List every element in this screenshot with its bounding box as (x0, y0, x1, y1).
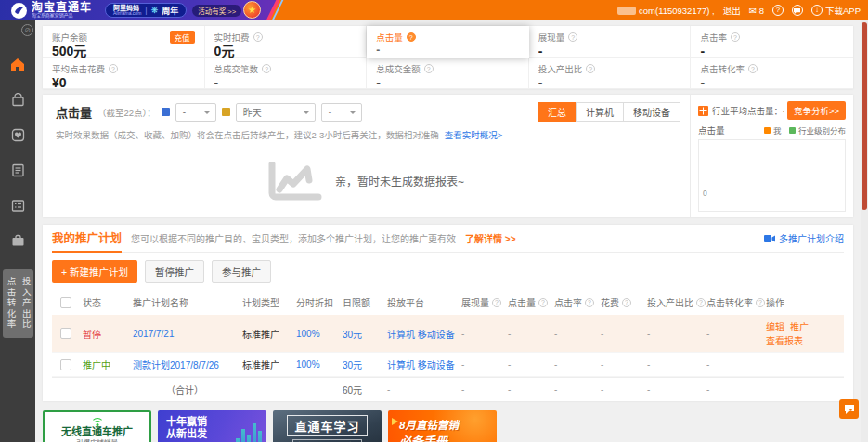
mail-button[interactable]: ✉ 8 (749, 6, 764, 16)
table-row-plan-1[interactable]: 暂停 2017/7/21 标准推广 100% 30元 计算机 移动设备 - - … (52, 315, 844, 353)
platform-link[interactable]: 计算机 移动设备 (387, 360, 455, 370)
stat-card-avg-click-cost: 平均点击花费 ¥0 (43, 58, 205, 89)
date-select[interactable]: 昨天 (236, 103, 316, 122)
sidebar-item-toolbox[interactable] (0, 223, 35, 258)
view-report-link[interactable]: 查看报表 (766, 336, 803, 346)
stat-card-clicks[interactable]: 点击量 - (367, 26, 529, 58)
stat-label: 总成交笔数 (214, 62, 259, 75)
chat-icon[interactable] (792, 5, 803, 16)
sidebar-item-home[interactable] (0, 46, 35, 82)
stat-label: 点击转化率 (700, 62, 745, 75)
info-icon[interactable] (492, 298, 501, 307)
metric-select[interactable]: - (175, 103, 216, 122)
stat-card-roi[interactable]: 投入产出比 - (529, 58, 692, 89)
stat-label: 投入产出比 (538, 62, 583, 75)
stat-value: - (376, 76, 519, 90)
activity-reward-link[interactable]: 活动有奖 >> (192, 5, 241, 17)
tab-roi[interactable]: 投入产出比 (20, 277, 32, 331)
recharge-button[interactable]: 充值 (170, 31, 195, 44)
stat-card-total-orders: 总成交笔数 - (205, 58, 368, 89)
stat-label: 账户余额 (52, 31, 87, 44)
col-type: 计划类型 (240, 290, 293, 315)
info-icon[interactable] (585, 298, 594, 307)
banner-wireless-ztc[interactable]: 无线直通车推广 引爆店铺销量 (43, 410, 151, 442)
stat-card-impressions[interactable]: 展现量 - (529, 26, 692, 58)
edit-link[interactable]: 编辑 (766, 322, 784, 332)
trophy-badge-icon[interactable]: ★ (243, 1, 261, 19)
help-icon[interactable]: ? (772, 5, 784, 16)
info-icon[interactable] (109, 64, 118, 73)
discount-link[interactable]: 100% (296, 359, 320, 370)
plan-name-link[interactable]: 2017/7/21 (133, 329, 175, 339)
info-icon[interactable] (253, 32, 263, 42)
tab-mobile[interactable]: 移动设备 (623, 102, 680, 122)
tab-computer[interactable]: 计算机 (576, 102, 624, 122)
chart-empty-state: 亲，暂时未生成数据报表~ (43, 144, 690, 217)
select-all-checkbox[interactable] (60, 297, 71, 308)
view-realtime-link[interactable]: 查看实时概况> (445, 130, 503, 140)
clicks-value: - (505, 355, 551, 374)
banner-august-handbook[interactable]: 8月直钻营销 必备手册 (388, 410, 497, 442)
device-tab-group: 汇总 计算机 移动设备 (538, 102, 680, 122)
tab-my-plans[interactable]: 我的推广计划 (52, 225, 122, 253)
app-logo[interactable]: 淘宝直通车 淘宝系商家营销产品 (0, 2, 92, 19)
plan-type: 标准推广 (240, 353, 293, 376)
promote-link[interactable]: 推广 (790, 322, 809, 332)
mail-count-badge: 8 (759, 6, 764, 16)
info-icon[interactable] (538, 298, 548, 307)
collapse-sidebar-button[interactable]: ⊘ (21, 24, 33, 36)
info-icon[interactable] (731, 32, 740, 42)
sidebar-item-campaigns[interactable] (0, 82, 35, 117)
customer-service-button[interactable] (839, 399, 859, 419)
brand-area: 淘宝直通车 淘宝系商家营销产品 阿里妈妈Alimama.com | ❋ 周年 活… (0, 0, 279, 20)
info-icon[interactable] (568, 32, 577, 42)
info-icon[interactable] (748, 64, 758, 73)
col-status: 状态 (80, 290, 130, 315)
banner-ztc-learning[interactable]: 直通车学习 知识点大集合 (273, 410, 382, 442)
multi-plan-intro-link[interactable]: 多推广计划介绍 (764, 231, 844, 245)
pause-promotion-button[interactable]: 暂停推广 (145, 260, 204, 283)
info-icon[interactable] (424, 64, 434, 73)
impressions-value: - (459, 324, 505, 344)
page-scrollbar[interactable] (861, 20, 868, 442)
info-icon[interactable] (622, 298, 631, 307)
row-checkbox[interactable] (60, 359, 71, 370)
stat-card-ctr[interactable]: 点击率 - (691, 26, 853, 58)
discount-link[interactable]: 100% (296, 329, 320, 339)
table-header-row: 状态 推广计划名称 计划类型 分时折扣 日限额 投放平台 展现量 点击量 点击率… (52, 290, 844, 315)
stat-value: - (376, 45, 520, 57)
info-icon[interactable] (262, 64, 271, 73)
sidebar-item-lists[interactable] (0, 188, 35, 223)
banner-title: 直通车学习 (287, 415, 367, 436)
plan-name-link[interactable]: 测款计划2017/8/7/26 (133, 360, 219, 370)
platform-link[interactable]: 计算机 移动设备 (387, 330, 455, 340)
daily-limit-link[interactable]: 30元 (343, 330, 362, 340)
logout-link[interactable]: 退出 (723, 4, 741, 17)
info-icon[interactable] (407, 32, 416, 42)
alimama-anniversary-badge[interactable]: 阿里妈妈Alimama.com | ❋ 周年 (105, 3, 187, 18)
sidebar-item-reports[interactable] (0, 152, 35, 188)
stat-card-click-cvr[interactable]: 点击转化率 - (691, 58, 853, 89)
anniversary-label: 周年 (162, 5, 178, 17)
new-plan-button[interactable]: + 新建推广计划 (52, 260, 137, 283)
download-app-button[interactable]: ↓下载APP (811, 4, 861, 17)
row-checkbox[interactable] (60, 328, 71, 339)
clicks-value: - (505, 324, 551, 344)
industry-average-label: 行业平均点击量：- (712, 104, 784, 117)
scrollbar-thumb[interactable] (862, 22, 867, 210)
banner-ten-years[interactable]: 十年赢销从新出发 阿里妈妈 | 10周年 (158, 410, 266, 442)
sidebar-item-favorites[interactable] (0, 117, 35, 152)
tab-click-conversion[interactable]: 点击转化率 (5, 277, 16, 331)
promotion-plans-panel: 我的推广计划 您可以根据不同的推广目的、宝贝类型，添加多个推广计划，让您的推广更… (43, 225, 853, 401)
summary-ctr: - (551, 380, 598, 399)
learn-more-link[interactable]: 了解详情 >> (465, 231, 515, 245)
competition-analysis-button[interactable]: 竞争分析>> (787, 101, 846, 120)
join-promotion-button[interactable]: 参与推广 (212, 260, 271, 283)
daily-limit-link[interactable]: 30元 (343, 360, 362, 370)
tab-summary[interactable]: 汇总 (538, 102, 577, 122)
col-clicks: 点击量 (505, 290, 551, 315)
info-icon[interactable] (586, 64, 595, 73)
compare-select[interactable]: - (321, 103, 362, 122)
stat-label: 点击率 (700, 31, 727, 44)
table-row-plan-2[interactable]: 推广中 测款计划2017/8/7/26 标准推广 100% 30元 计算机 移动… (52, 353, 844, 377)
